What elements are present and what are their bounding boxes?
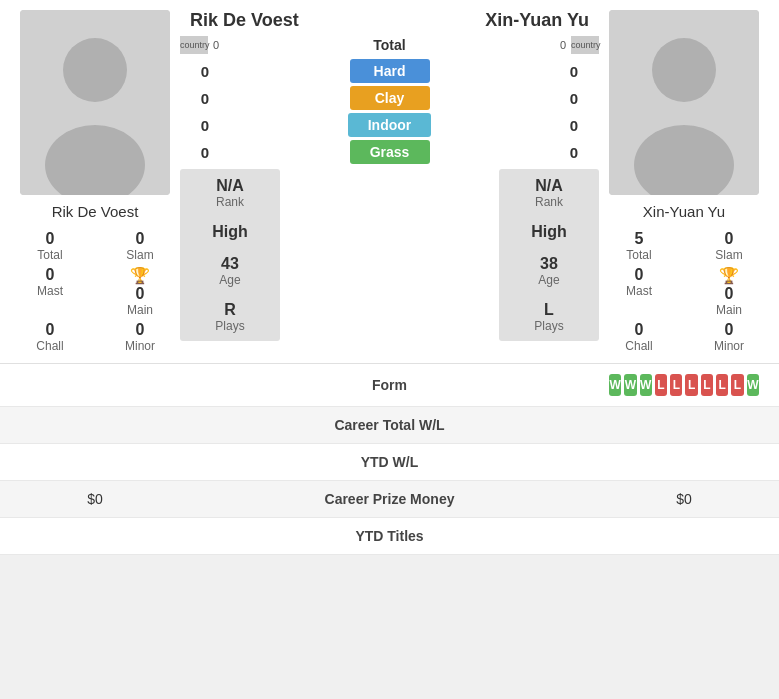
hard-score-left: 0 <box>190 63 220 80</box>
indoor-score-left: 0 <box>190 117 220 134</box>
left-chall-label: Chall <box>36 339 63 353</box>
right-player-name: Xin-Yuan Yu <box>643 203 725 220</box>
court-row-indoor: 0 Indoor 0 <box>190 113 589 137</box>
right-total-cell: 5 Total <box>599 230 679 262</box>
indoor-score-right: 0 <box>559 117 589 134</box>
left-age-item: 43 Age <box>192 255 268 287</box>
left-trophy-cell: 🏆 0 Main <box>100 266 180 317</box>
ytd-wl-label: YTD W/L <box>170 454 609 470</box>
grass-button[interactable]: Grass <box>350 140 430 164</box>
left-plays-value: R <box>224 301 236 319</box>
right-peak-item: High <box>511 223 587 241</box>
right-chall-label: Chall <box>625 339 652 353</box>
right-name-header: Xin-Yuan Yu <box>485 10 589 31</box>
badge-8: L <box>731 374 743 396</box>
svg-point-1 <box>63 38 127 102</box>
prize-row: $0 Career Prize Money $0 <box>0 481 779 518</box>
form-badges-container: W W W L L L L L L W <box>609 374 759 396</box>
right-age-item: 38 Age <box>511 255 587 287</box>
prize-label: Career Prize Money <box>170 491 609 507</box>
right-minor-cell: 0 Minor <box>689 321 769 353</box>
left-slam-label: Slam <box>126 248 153 262</box>
inner-stats-area: N/A Rank High 43 Age R Plays <box>180 169 599 341</box>
ytd-titles-row: YTD Titles <box>0 518 779 555</box>
total-label: Total <box>373 37 405 53</box>
right-minor-value: 0 <box>725 321 734 339</box>
left-flag-img: country <box>180 36 208 54</box>
right-chall-cell: 0 Chall <box>599 321 679 353</box>
clay-button[interactable]: Clay <box>350 86 430 110</box>
left-minor-label: Minor <box>125 339 155 353</box>
badge-7: L <box>716 374 728 396</box>
right-plays-item: L Plays <box>511 301 587 333</box>
right-rank-label: Rank <box>535 195 563 209</box>
flags-total-row: country 0 Total 0 country <box>180 36 599 54</box>
badge-5: L <box>685 374 697 396</box>
badge-6: L <box>701 374 713 396</box>
right-total-score: 0 <box>560 39 566 51</box>
badge-3: L <box>655 374 667 396</box>
left-peak-item: High <box>192 223 268 241</box>
badge-1: W <box>624 374 636 396</box>
left-chall-value: 0 <box>46 321 55 339</box>
right-player-block: Xin-Yuan Yu 5 Total 0 Slam 0 Mast 🏆 0 M <box>599 10 769 353</box>
right-mast-label: Mast <box>626 284 652 298</box>
right-flag: 0 country <box>560 36 599 54</box>
left-mast-value: 0 <box>46 266 55 284</box>
left-rank-item: N/A Rank <box>192 177 268 209</box>
right-slam-value: 0 <box>725 230 734 248</box>
players-area: Rik De Voest 0 Total 0 Slam 0 Mast 🏆 0 <box>0 0 779 363</box>
left-minor-cell: 0 Minor <box>100 321 180 353</box>
right-peak-value: High <box>531 223 567 241</box>
left-total-value: 0 <box>46 230 55 248</box>
left-main-value: 0 <box>136 285 145 303</box>
left-avatar <box>20 10 170 195</box>
prize-right: $0 <box>609 491 759 507</box>
ytd-titles-label: YTD Titles <box>170 528 609 544</box>
bottom-section: Form W W W L L L L L L W Career Total W <box>0 363 779 555</box>
right-trophy-cell: 🏆 0 Main <box>689 266 769 317</box>
left-rank-label: Rank <box>216 195 244 209</box>
right-minor-label: Minor <box>714 339 744 353</box>
indoor-button[interactable]: Indoor <box>348 113 432 137</box>
prize-left: $0 <box>20 491 170 507</box>
clay-score-left: 0 <box>190 90 220 107</box>
left-mast-cell: 0 Mast <box>10 266 90 317</box>
court-row-hard: 0 Hard 0 <box>190 59 589 83</box>
right-flag-img: country <box>571 36 599 54</box>
courts-area: 0 Hard 0 0 Clay 0 0 Indoor 0 0 Grass <box>180 59 599 164</box>
right-rank-value: N/A <box>535 177 563 195</box>
badge-2: W <box>640 374 652 396</box>
right-age-label: Age <box>538 273 559 287</box>
right-avatar <box>609 10 759 195</box>
total-label-center: Total <box>373 36 405 54</box>
left-minor-value: 0 <box>136 321 145 339</box>
left-flag: country 0 <box>180 36 219 54</box>
left-age-value: 43 <box>221 255 239 273</box>
career-total-row: Career Total W/L <box>0 407 779 444</box>
form-badges: W W W L L L L L L W <box>609 374 759 396</box>
clay-score-right: 0 <box>559 90 589 107</box>
right-plays-label: Plays <box>534 319 563 333</box>
right-main-label: Main <box>716 303 742 317</box>
right-total-value: 5 <box>635 230 644 248</box>
left-inner-col: N/A Rank High 43 Age R Plays <box>180 169 280 341</box>
left-rank-value: N/A <box>216 177 244 195</box>
right-main-value: 0 <box>725 285 734 303</box>
form-label: Form <box>170 377 609 393</box>
svg-point-4 <box>652 38 716 102</box>
left-mast-label: Mast <box>37 284 63 298</box>
left-total-cell: 0 Total <box>10 230 90 262</box>
grass-score-left: 0 <box>190 144 220 161</box>
right-inner-col: N/A Rank High 38 Age L Plays <box>499 169 599 341</box>
hard-button[interactable]: Hard <box>350 59 430 83</box>
left-player-name: Rik De Voest <box>52 203 139 220</box>
left-plays-item: R Plays <box>192 301 268 333</box>
left-total-label: Total <box>37 248 62 262</box>
left-player-stats: 0 Total 0 Slam 0 Mast 🏆 0 Main 0 <box>10 230 180 353</box>
left-slam-value: 0 <box>136 230 145 248</box>
badge-4: L <box>670 374 682 396</box>
left-main-label: Main <box>127 303 153 317</box>
names-row: Rik De Voest Xin-Yuan Yu <box>180 10 599 31</box>
ytd-wl-row: YTD W/L <box>0 444 779 481</box>
